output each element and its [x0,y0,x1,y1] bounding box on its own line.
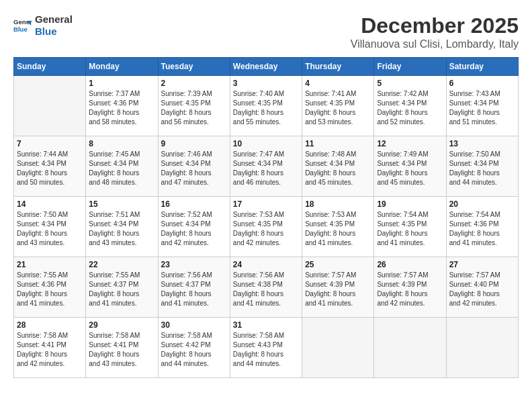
day-number: 31 [233,320,299,330]
calendar-cell: 1Sunrise: 7:37 AM Sunset: 4:36 PM Daylig… [86,76,158,136]
day-info: Sunrise: 7:58 AM Sunset: 4:41 PM Dayligh… [17,331,83,369]
day-info: Sunrise: 7:44 AM Sunset: 4:34 PM Dayligh… [17,150,83,187]
calendar-cell: 22Sunrise: 7:55 AM Sunset: 4:37 PM Dayli… [86,257,158,318]
day-number: 7 [17,139,83,148]
calendar-body: 1Sunrise: 7:37 AM Sunset: 4:36 PM Daylig… [14,76,519,378]
calendar-table: SundayMondayTuesdayWednesdayThursdayFrid… [13,57,519,378]
calendar-cell: 5Sunrise: 7:42 AM Sunset: 4:34 PM Daylig… [374,76,446,136]
day-info: Sunrise: 7:42 AM Sunset: 4:34 PM Dayligh… [377,89,443,127]
day-info: Sunrise: 7:40 AM Sunset: 4:35 PM Dayligh… [233,89,299,127]
calendar-cell: 24Sunrise: 7:56 AM Sunset: 4:38 PM Dayli… [230,257,302,318]
day-info: Sunrise: 7:55 AM Sunset: 4:37 PM Dayligh… [89,271,154,308]
day-number: 20 [449,199,515,209]
day-info: Sunrise: 7:56 AM Sunset: 4:38 PM Dayligh… [233,271,299,308]
day-info: Sunrise: 7:57 AM Sunset: 4:39 PM Dayligh… [377,271,443,308]
day-number: 18 [305,199,371,209]
day-info: Sunrise: 7:43 AM Sunset: 4:34 PM Dayligh… [449,89,515,127]
day-info: Sunrise: 7:52 AM Sunset: 4:34 PM Dayligh… [161,210,227,248]
logo-text-general: General [35,13,73,26]
calendar-cell: 16Sunrise: 7:52 AM Sunset: 4:34 PM Dayli… [158,197,230,257]
calendar-cell: 29Sunrise: 7:58 AM Sunset: 4:41 PM Dayli… [86,318,158,378]
day-info: Sunrise: 7:50 AM Sunset: 4:34 PM Dayligh… [449,150,515,187]
calendar-cell: 20Sunrise: 7:54 AM Sunset: 4:36 PM Dayli… [446,197,518,257]
svg-text:Blue: Blue [13,26,28,33]
calendar-cell: 31Sunrise: 7:58 AM Sunset: 4:43 PM Dayli… [230,318,302,378]
calendar-cell: 14Sunrise: 7:50 AM Sunset: 4:34 PM Dayli… [14,197,86,257]
calendar-cell: 2Sunrise: 7:39 AM Sunset: 4:35 PM Daylig… [158,76,230,136]
day-info: Sunrise: 7:58 AM Sunset: 4:43 PM Dayligh… [233,331,299,369]
day-info: Sunrise: 7:39 AM Sunset: 4:35 PM Dayligh… [161,89,227,127]
day-number: 19 [377,199,443,209]
day-info: Sunrise: 7:54 AM Sunset: 4:36 PM Dayligh… [449,210,515,248]
day-info: Sunrise: 7:47 AM Sunset: 4:34 PM Dayligh… [233,150,299,187]
day-number: 15 [89,199,154,209]
week-row-4: 28Sunrise: 7:58 AM Sunset: 4:41 PM Dayli… [14,318,519,378]
day-number: 8 [89,139,154,148]
day-number: 26 [377,260,443,269]
day-info: Sunrise: 7:56 AM Sunset: 4:37 PM Dayligh… [161,271,227,308]
weekday-monday: Monday [86,58,158,76]
day-number: 30 [161,320,227,330]
title-block: December 2025 Villanuova sul Clisi, Lomb… [351,13,519,50]
calendar-cell: 18Sunrise: 7:53 AM Sunset: 4:35 PM Dayli… [302,197,374,257]
day-info: Sunrise: 7:58 AM Sunset: 4:42 PM Dayligh… [161,331,227,369]
day-number: 21 [17,260,83,269]
day-info: Sunrise: 7:57 AM Sunset: 4:40 PM Dayligh… [449,271,515,308]
day-number: 17 [233,199,299,209]
day-number: 13 [449,139,515,148]
day-number: 4 [305,79,371,88]
week-row-1: 7Sunrise: 7:44 AM Sunset: 4:34 PM Daylig… [14,136,519,197]
day-number: 23 [161,260,227,269]
day-info: Sunrise: 7:58 AM Sunset: 4:41 PM Dayligh… [89,331,154,369]
logo-text-blue: Blue [35,26,73,38]
page-header: General Blue General Blue December 2025 … [13,13,519,50]
day-info: Sunrise: 7:51 AM Sunset: 4:34 PM Dayligh… [89,210,154,248]
week-row-3: 21Sunrise: 7:55 AM Sunset: 4:36 PM Dayli… [14,257,519,318]
calendar-cell: 19Sunrise: 7:54 AM Sunset: 4:35 PM Dayli… [374,197,446,257]
calendar-cell: 25Sunrise: 7:57 AM Sunset: 4:39 PM Dayli… [302,257,374,318]
week-row-0: 1Sunrise: 7:37 AM Sunset: 4:36 PM Daylig… [14,76,519,136]
calendar-cell [302,318,374,378]
day-number: 27 [449,260,515,269]
calendar-cell [374,318,446,378]
day-number: 10 [233,139,299,148]
logo: General Blue General Blue [13,13,73,38]
day-info: Sunrise: 7:37 AM Sunset: 4:36 PM Dayligh… [89,89,154,127]
day-info: Sunrise: 7:57 AM Sunset: 4:39 PM Dayligh… [305,271,371,308]
calendar-cell: 3Sunrise: 7:40 AM Sunset: 4:35 PM Daylig… [230,76,302,136]
day-info: Sunrise: 7:45 AM Sunset: 4:34 PM Dayligh… [89,150,154,187]
day-info: Sunrise: 7:48 AM Sunset: 4:34 PM Dayligh… [305,150,371,187]
calendar-cell: 6Sunrise: 7:43 AM Sunset: 4:34 PM Daylig… [446,76,518,136]
weekday-friday: Friday [374,58,446,76]
weekday-header-row: SundayMondayTuesdayWednesdayThursdayFrid… [14,58,519,76]
day-number: 5 [377,79,443,88]
calendar-cell [14,76,86,136]
calendar-cell: 4Sunrise: 7:41 AM Sunset: 4:35 PM Daylig… [302,76,374,136]
day-number: 24 [233,260,299,269]
calendar-cell: 28Sunrise: 7:58 AM Sunset: 4:41 PM Dayli… [14,318,86,378]
weekday-saturday: Saturday [446,58,518,76]
main-title: December 2025 [351,13,519,38]
calendar-cell: 21Sunrise: 7:55 AM Sunset: 4:36 PM Dayli… [14,257,86,318]
day-info: Sunrise: 7:46 AM Sunset: 4:34 PM Dayligh… [161,150,227,187]
day-number: 3 [233,79,299,88]
day-number: 11 [305,139,371,148]
week-row-2: 14Sunrise: 7:50 AM Sunset: 4:34 PM Dayli… [14,197,519,257]
calendar-cell: 15Sunrise: 7:51 AM Sunset: 4:34 PM Dayli… [86,197,158,257]
day-number: 1 [89,79,154,88]
calendar-cell: 8Sunrise: 7:45 AM Sunset: 4:34 PM Daylig… [86,136,158,197]
day-info: Sunrise: 7:53 AM Sunset: 4:35 PM Dayligh… [233,210,299,248]
day-info: Sunrise: 7:54 AM Sunset: 4:35 PM Dayligh… [377,210,443,248]
calendar-cell: 30Sunrise: 7:58 AM Sunset: 4:42 PM Dayli… [158,318,230,378]
calendar-cell: 17Sunrise: 7:53 AM Sunset: 4:35 PM Dayli… [230,197,302,257]
weekday-tuesday: Tuesday [158,58,230,76]
day-number: 12 [377,139,443,148]
day-number: 25 [305,260,371,269]
day-info: Sunrise: 7:55 AM Sunset: 4:36 PM Dayligh… [17,271,83,308]
calendar-cell: 23Sunrise: 7:56 AM Sunset: 4:37 PM Dayli… [158,257,230,318]
day-info: Sunrise: 7:49 AM Sunset: 4:34 PM Dayligh… [377,150,443,187]
day-number: 14 [17,199,83,209]
day-number: 2 [161,79,227,88]
day-info: Sunrise: 7:53 AM Sunset: 4:35 PM Dayligh… [305,210,371,248]
calendar-cell: 13Sunrise: 7:50 AM Sunset: 4:34 PM Dayli… [446,136,518,197]
